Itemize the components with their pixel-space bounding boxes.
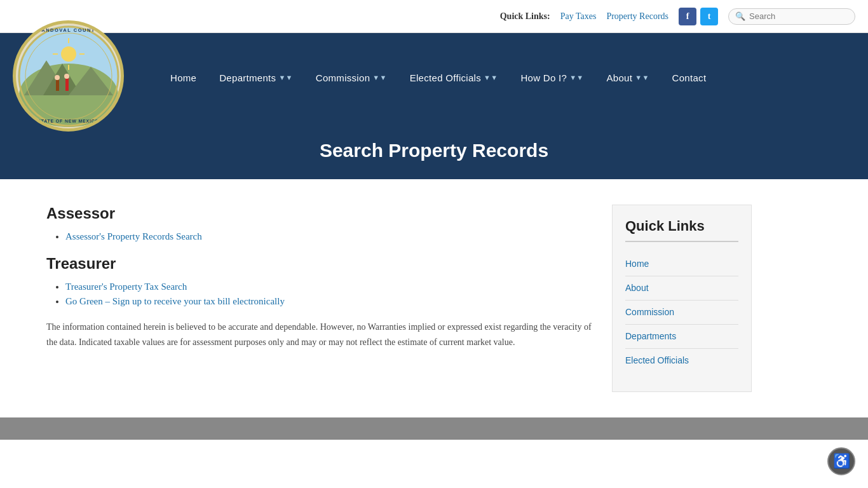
assessor-list: Assessor's Property Records Search: [65, 231, 593, 242]
list-item: Go Green – Sign up to receive your tax b…: [65, 296, 593, 307]
treasurer-property-tax-link[interactable]: Treasurer's Property Tax Search: [65, 281, 187, 292]
footer-strip: [0, 417, 868, 440]
pay-taxes-link[interactable]: Pay Taxes: [560, 11, 597, 22]
seal-bottom-text: STATE OF NEW MEXICO: [16, 119, 121, 123]
sidebar-title: Quick Links: [625, 218, 738, 242]
main-content: Assessor Assessor's Property Records Sea…: [21, 179, 847, 417]
treasurer-section: Treasurer Treasurer's Property Tax Searc…: [46, 255, 593, 307]
nav-link-elected-officials[interactable]: Elected Officials ▼▼: [398, 66, 510, 90]
social-icons: f t: [679, 8, 718, 25]
nav-item-elected-officials: Elected Officials ▼▼: [398, 66, 510, 90]
list-item: Departments: [625, 325, 738, 349]
commission-dropdown-arrow: ▼▼: [372, 74, 386, 81]
hero-banner: Search Property Records: [0, 122, 868, 179]
treasurer-list: Treasurer's Property Tax Search Go Green…: [65, 281, 593, 307]
assessor-section: Assessor Assessor's Property Records Sea…: [46, 205, 593, 242]
list-item: Commission: [625, 301, 738, 325]
svg-rect-10: [56, 79, 59, 91]
search-icon: 🔍: [735, 11, 745, 22]
svg-point-13: [64, 74, 69, 79]
assessor-property-records-link[interactable]: Assessor's Property Records Search: [65, 231, 202, 241]
sidebar-link-home[interactable]: Home: [625, 259, 649, 269]
list-item: Treasurer's Property Tax Search: [65, 281, 593, 292]
page-title: Search Property Records: [13, 140, 855, 161]
nav-link-home[interactable]: Home: [159, 66, 208, 90]
how-do-i-dropdown-arrow: ▼▼: [569, 74, 583, 81]
top-bar: Quick Links: Pay Taxes Property Records …: [0, 0, 868, 33]
disclaimer-text: The information contained herein is beli…: [46, 320, 593, 350]
assessor-heading: Assessor: [46, 205, 593, 222]
sidebar-link-elected-officials[interactable]: Elected Officials: [625, 355, 689, 365]
nav-link-contact[interactable]: Contact: [661, 66, 718, 90]
nav-item-commission: Commission ▼▼: [304, 66, 398, 90]
sidebar-links-list: Home About Commission Departments Electe…: [625, 252, 738, 372]
list-item: Home: [625, 252, 738, 276]
sidebar-link-departments[interactable]: Departments: [625, 331, 676, 341]
nav-link-commission[interactable]: Commission ▼▼: [304, 66, 398, 90]
departments-dropdown-arrow: ▼▼: [278, 74, 292, 81]
facebook-icon[interactable]: f: [679, 8, 696, 25]
sidebar: Quick Links Home About Commission Depart…: [612, 205, 752, 392]
list-item: Assessor's Property Records Search: [65, 231, 593, 242]
nav-item-contact: Contact: [661, 66, 718, 90]
header: ◆ SANDOVAL COUNTY ◆ STATE OF NEW MEXICO …: [0, 33, 868, 122]
sidebar-link-commission[interactable]: Commission: [625, 307, 674, 317]
twitter-icon[interactable]: t: [700, 8, 718, 25]
about-dropdown-arrow: ▼▼: [635, 74, 649, 81]
nav-link-about[interactable]: About ▼▼: [595, 66, 661, 90]
search-box: 🔍: [728, 8, 855, 25]
nav-item-how-do-i: How Do I? ▼▼: [509, 66, 595, 90]
search-input[interactable]: [749, 11, 844, 21]
nav-item-departments: Departments ▼▼: [208, 66, 304, 90]
content-area: Assessor Assessor's Property Records Sea…: [46, 205, 593, 392]
nav-item-home: Home: [159, 66, 208, 90]
nav-menu: Home Departments ▼▼ Commission ▼▼ Electe…: [159, 66, 717, 90]
nav-link-how-do-i[interactable]: How Do I? ▼▼: [509, 66, 595, 90]
property-records-link[interactable]: Property Records: [606, 11, 668, 22]
list-item: About: [625, 276, 738, 301]
quick-links-label: Quick Links:: [500, 11, 550, 22]
svg-point-11: [55, 75, 60, 80]
treasurer-heading: Treasurer: [46, 255, 593, 273]
logo-svg: [18, 25, 119, 127]
nav-item-about: About ▼▼: [595, 66, 661, 90]
list-item: Elected Officials: [625, 349, 738, 372]
elected-officials-dropdown-arrow: ▼▼: [484, 74, 498, 81]
nav-link-departments[interactable]: Departments ▼▼: [208, 66, 304, 90]
sidebar-link-about[interactable]: About: [625, 283, 649, 293]
seal-top-text: ◆ SANDOVAL COUNTY ◆: [16, 27, 121, 33]
logo-container: ◆ SANDOVAL COUNTY ◆ STATE OF NEW MEXICO: [13, 20, 124, 132]
svg-point-5: [61, 46, 76, 62]
svg-rect-12: [65, 78, 69, 91]
logo-seal: ◆ SANDOVAL COUNTY ◆ STATE OF NEW MEXICO: [13, 20, 124, 132]
sidebar-box: Quick Links Home About Commission Depart…: [612, 205, 752, 392]
go-green-link[interactable]: Go Green – Sign up to receive your tax b…: [65, 296, 285, 306]
